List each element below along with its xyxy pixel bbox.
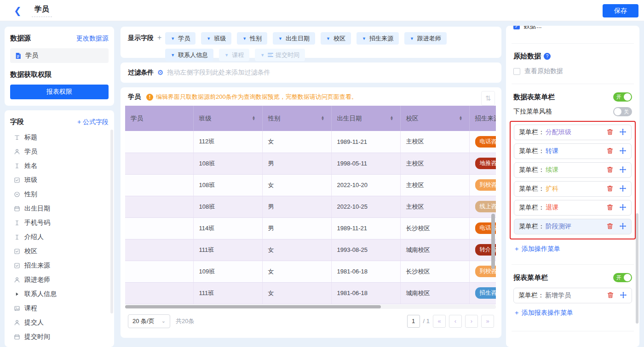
save-button[interactable]: 保存 <box>603 4 638 17</box>
sort-arrows-icon[interactable]: ▲▼ <box>321 116 325 120</box>
column-header-校区[interactable]: 校区 ▲▼ <box>400 106 469 131</box>
data-preview-panel: 学员 ! 编辑界面只取数据源前200条作为查询数据预览，完整数据请访问页面查看。… <box>121 87 501 338</box>
page-size-select[interactable]: 20 条/页 ⌄ <box>128 314 170 328</box>
settings-scrollbar[interactable] <box>636 213 638 324</box>
delete-icon[interactable] <box>606 204 614 212</box>
delete-icon[interactable] <box>606 128 614 137</box>
display-chip-联系人信息[interactable]: ▼ 联系人信息 <box>165 49 213 61</box>
change-datasource-link[interactable]: 更改数据源 <box>76 34 109 43</box>
field-item-介绍人[interactable]: 介绍人 <box>10 230 109 244</box>
field-item-提交人[interactable]: 提交人 <box>10 315 109 330</box>
pagination: 20 条/页 ⌄ 共20条 1 / 1 « ‹ › » <box>121 309 501 334</box>
field-item-课程[interactable]: 课程 <box>10 301 109 315</box>
field-item-招生来源[interactable]: 招生来源 <box>10 258 109 273</box>
move-icon[interactable] <box>619 222 627 231</box>
report-menu-toggle[interactable]: 开 <box>613 273 632 282</box>
column-header-招生来源[interactable]: 招生来源 <box>469 106 496 131</box>
field-item-性别[interactable]: 性别 <box>10 187 109 201</box>
column-header-性别[interactable]: 性别 ▲▼ <box>262 106 331 131</box>
delete-icon[interactable] <box>606 166 614 175</box>
view-raw-data-label: 查看原始数据 <box>524 67 563 75</box>
display-chip-课程[interactable]: ▼ 课程 <box>219 49 249 61</box>
first-page-button[interactable]: « <box>433 315 446 328</box>
field-item-姓名[interactable]: 姓名 <box>10 159 109 173</box>
field-item-出生日期[interactable]: 出生日期 <box>10 201 109 216</box>
move-icon[interactable] <box>619 185 627 193</box>
menu-item-转课[interactable]: 菜单栏：转课 <box>514 143 632 159</box>
gear-icon[interactable]: ⚙ <box>157 68 163 77</box>
field-item-班级[interactable]: 班级 <box>10 173 109 187</box>
column-header-出生日期[interactable]: 出生日期 ▲▼ <box>331 106 400 131</box>
fields-scrollbar[interactable] <box>110 130 113 313</box>
field-item-手机号码[interactable]: 手机号码 <box>10 216 109 230</box>
checked-checkbox-icon[interactable]: ✓ <box>513 26 520 29</box>
display-chip-招生来源[interactable]: ▼ 招生来源 <box>356 32 399 45</box>
back-icon[interactable]: ❮ <box>14 6 22 15</box>
sort-arrows-icon[interactable]: ▲▼ <box>459 116 463 120</box>
permission-title: 数据获取权限 <box>10 70 109 79</box>
table-row[interactable]: 108班男2022-10-25主校区 线上咨询 <box>125 196 496 217</box>
next-page-button[interactable]: › <box>465 315 478 328</box>
menu-item-阶段测评[interactable]: 菜单栏：阶段测评 <box>514 219 632 234</box>
table-row[interactable]: 111班女1993-08-25城南校区 转介咨询 <box>125 239 496 261</box>
current-page-input[interactable]: 1 <box>407 315 420 328</box>
sort-arrows-icon[interactable]: ▲▼ <box>252 116 256 120</box>
delete-icon[interactable] <box>606 222 614 231</box>
add-action-menu-link[interactable]: ＋ 添加操作菜单 <box>513 245 632 253</box>
field-item-提交时间[interactable]: 提交时间 <box>10 330 109 344</box>
table-row[interactable]: 112班女1989-11-21主校区 电话咨询 <box>125 131 496 153</box>
menu-item-续课[interactable]: 菜单栏：续课 <box>514 162 632 178</box>
datasource-item[interactable]: 学员 <box>10 48 109 63</box>
page-title[interactable]: 学员 <box>32 4 52 17</box>
horizontal-scrollbar[interactable] <box>125 305 496 309</box>
display-chip-班级[interactable]: ▼ 班级 <box>201 32 231 45</box>
menu-item-扩科[interactable]: 菜单栏：扩科 <box>514 181 632 197</box>
table-row[interactable]: 114班男1989-11-21长沙校区 电话咨询 <box>125 217 496 239</box>
move-icon[interactable] <box>620 291 627 300</box>
delete-icon[interactable] <box>607 291 614 300</box>
top-bar: ❮ 学员 保存 <box>0 0 644 21</box>
column-header-学员[interactable]: 学员 <box>125 106 193 131</box>
display-chip-学员[interactable]: ▼ 学员 <box>165 32 196 45</box>
field-item-跟进老师[interactable]: 跟进老师 <box>10 273 109 287</box>
report-permission-button[interactable]: 报表权限 <box>10 85 109 99</box>
menu-item-新增学员[interactable]: 菜单栏：新增学员 <box>513 288 632 303</box>
move-icon[interactable] <box>619 204 627 212</box>
table-row[interactable]: 108班男1998-05-11主校区 地推咨询 <box>125 153 496 174</box>
menu-item-分配班级[interactable]: 菜单栏：分配班级 <box>514 125 632 140</box>
select-icon <box>14 248 20 255</box>
help-icon[interactable]: ? <box>544 53 551 60</box>
table-row[interactable]: 109班女1981-06-18长沙校区 到校咨询 <box>125 261 496 282</box>
move-icon[interactable] <box>619 147 627 156</box>
display-chip-跟进老师[interactable]: ▼ 跟进老师 <box>404 32 447 45</box>
move-icon[interactable] <box>619 166 627 175</box>
column-header-班级[interactable]: 班级 ▲▼ <box>193 106 262 131</box>
table-sort-button[interactable]: ⇅ <box>481 91 495 106</box>
table-row[interactable]: 108班女2022-10-20主校区 到校咨询 <box>125 174 496 196</box>
field-item-联系人信息[interactable]: 联系人信息 <box>10 287 109 301</box>
table-row[interactable]: 111班女1981-06-18城南校区 招生咨询 <box>125 282 496 304</box>
display-chip-出生日期[interactable]: ▼ 出生日期 <box>273 32 315 45</box>
add-report-action-menu-link[interactable]: ＋ 添加报表操作菜单 <box>513 309 632 317</box>
field-item-学员[interactable]: 学员 <box>10 144 109 159</box>
dropdown-style-toggle[interactable]: 关 <box>613 107 632 116</box>
display-chip-提交时间[interactable]: ▼ 提交时间 <box>255 49 305 61</box>
sort-arrows-icon[interactable]: ▲▼ <box>390 116 394 120</box>
field-item-标题[interactable]: 标题 <box>10 130 109 144</box>
display-chip-性别[interactable]: ▼ 性别 <box>237 32 267 45</box>
prev-page-button[interactable]: ‹ <box>449 315 462 328</box>
delete-icon[interactable] <box>606 147 614 156</box>
add-formula-field-link[interactable]: + 公式字段 <box>77 118 109 126</box>
display-chip-校区[interactable]: ▼ 校区 <box>321 32 351 45</box>
delete-icon[interactable] <box>606 185 614 193</box>
move-icon[interactable] <box>619 128 627 137</box>
filter-dropzone-placeholder[interactable]: 拖动左侧字段到此处来添加过滤条件 <box>167 68 270 77</box>
last-page-button[interactable]: » <box>481 315 494 328</box>
fields-panel: 字段 + 公式字段 标题 学员 姓名 班级 性别 出生日期 手机号码 介绍人 校… <box>5 110 114 347</box>
menu-item-退课[interactable]: 菜单栏：退课 <box>514 200 632 216</box>
table-menu-toggle[interactable]: 开 <box>613 92 632 102</box>
field-item-校区[interactable]: 校区 <box>10 244 109 258</box>
view-raw-data-checkbox[interactable]: 查看原始数据 <box>513 67 632 75</box>
vertical-scrollbar[interactable] <box>491 214 495 269</box>
add-display-field-button[interactable]: + <box>157 34 161 52</box>
